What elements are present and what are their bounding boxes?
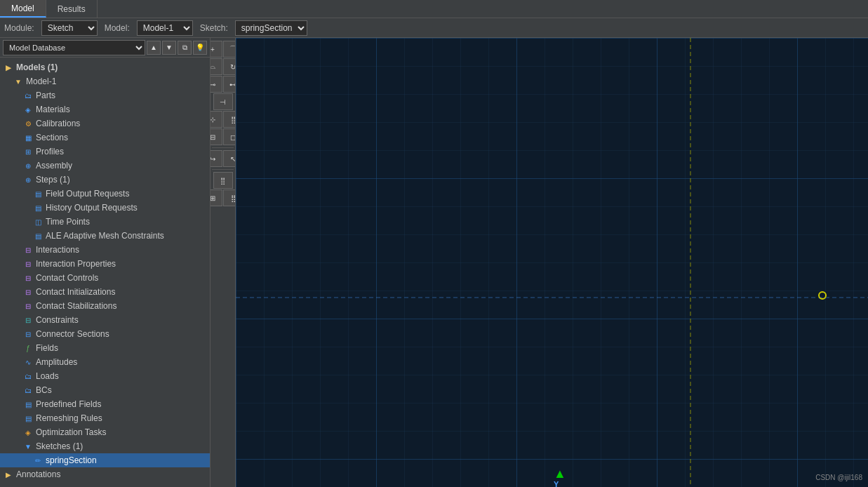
vt-btn-dims[interactable]: ⊟ [211,128,222,145]
tree-label-contact-controls: Contact Controls [36,273,98,283]
tree-label-connector-sections: Connector Sections [36,329,109,339]
tree-label-sections: Sections [36,133,68,142]
tree-icon-constraints: ⊟ [22,314,34,326]
tree-label-history-output: History Output Requests [46,203,138,213]
vt-btn-add[interactable]: + [211,41,222,58]
tree-icon-materials: ◈ [22,104,34,115]
canvas-area: Y ▲ CSDN @ijil168 [236,38,868,487]
vt-btn-mirror[interactable]: ⊣ [213,93,233,110]
tree-icon-interactions: ⊟ [22,244,34,255]
tree-icon-amplitudes: ∿ [22,356,34,368]
vt-btn-celldots[interactable]: ⣿ [223,189,236,206]
tree-item-contact-init[interactable]: ⊟Contact Initializations [0,285,210,299]
vt-btn-ptr[interactable]: ↖ [223,150,236,167]
tree-item-ale-adaptive[interactable]: ▤ALE Adaptive Mesh Constraints [0,229,210,243]
vt-btn-cellsel[interactable]: ⊞ [211,189,222,206]
tree-item-constraints[interactable]: ⊟Constraints [0,313,210,327]
tab-model[interactable]: Model [0,0,46,18]
tree-item-loads[interactable]: 🗂Loads [0,369,210,383]
tree-item-models[interactable]: ▶Models (1) [0,60,210,74]
tree-item-amplitudes[interactable]: ∿Amplitudes [0,355,210,369]
tab-bar: Model Results [0,0,868,18]
tree-item-fields[interactable]: ƒFields [0,341,210,355]
tree-label-field-output: Field Output Requests [46,189,129,199]
vt-btn-extline[interactable]: ⊷ [223,76,236,93]
module-select[interactable]: Sketch [41,20,98,36]
tree-item-steps[interactable]: ⊕Steps (1) [0,173,210,187]
panel-btn-settings[interactable]: 💡 [193,41,207,55]
tree-icon-connector-sections: ⊟ [22,328,34,340]
tree-icon-profiles: ⊞ [22,146,34,157]
tree-icon-field-output: ▤ [32,188,44,199]
tree-label-constraints: Constraints [36,315,79,325]
tree-icon-assembly: ⊕ [22,160,34,171]
tree-label-bcs: BCs [36,385,52,395]
tree-item-sketches[interactable]: ▼Sketches (1) [0,439,210,453]
tree-icon-sections: ▦ [22,132,34,143]
tree-item-model1[interactable]: ▼Model-1 [0,74,210,88]
tree-icon-ale-adaptive: ▤ [32,230,44,241]
tree-item-connector-sections[interactable]: ⊟Connector Sections [0,327,210,341]
tree-item-spring-section[interactable]: ✏springSection [0,453,210,467]
vt-row: ⊞⣿ [211,189,236,206]
panel-btn-up[interactable]: ▲ [147,41,161,55]
tree-item-field-output[interactable]: ▤Field Output Requests [0,187,210,201]
tree-icon-time-points: ◫ [32,216,44,227]
tree-icon-contact-controls: ⊟ [22,272,34,283]
tree-label-remeshing: Remeshing Rules [36,413,102,423]
db-select[interactable]: Model Database [3,40,145,55]
tree-label-materials: Materials [36,105,70,114]
tree-label-calibrations: Calibrations [36,119,80,128]
tree-icon-models: ▶ [3,62,14,73]
vt-btn-rect[interactable]: ◻ [223,128,236,145]
canvas-wrapper: +⌒⌓↻⊸⊷⊣⊹⣿⊟◻↪↖⣿⊞⣿ [211,38,868,487]
main-layout: Model Database ▲ ▼ ⧉ 💡 ▶Models (1)▼Model… [0,38,868,487]
model-tree: ▶Models (1)▼Model-1🗂Parts◈Materials⚙Cali… [0,58,210,487]
tree-label-models: Models (1) [16,62,58,72]
panel-btn-down[interactable]: ▼ [162,41,176,55]
model-select[interactable]: Model-1 [137,20,193,36]
vt-btn-curve[interactable]: ⌒ [223,41,236,58]
vt-btn-rot-r[interactable]: ↻ [223,58,236,75]
tree-item-contact-controls[interactable]: ⊟Contact Controls [0,271,210,285]
vt-btn-verts[interactable]: ⊹ [211,111,222,128]
tree-item-assembly[interactable]: ⊕Assembly [0,159,210,173]
tree-label-annotations: Annotations [16,469,60,479]
tree-item-remeshing[interactable]: ▤Remeshing Rules [0,411,210,425]
tab-results[interactable]: Results [46,0,98,18]
tree-item-parts[interactable]: 🗂Parts [0,88,210,102]
tree-item-profiles[interactable]: ⊞Profiles [0,145,210,159]
tree-icon-contact-stab: ⊟ [22,300,34,312]
panel-btn-copy[interactable]: ⧉ [178,41,192,55]
tree-item-sections[interactable]: ▦Sections [0,131,210,145]
vt-btn-linept[interactable]: ⊸ [211,76,222,93]
tree-item-optimization[interactable]: ◈Optimization Tasks [0,425,210,439]
vt-row: ⊣ [213,93,233,110]
tree-item-materials[interactable]: ◈Materials [0,102,210,116]
sketch-select[interactable]: springSection [235,20,307,36]
tree-item-interaction-props[interactable]: ⊟Interaction Properties [0,257,210,271]
tree-item-time-points[interactable]: ◫Time Points [0,215,210,229]
tree-label-parts: Parts [36,91,55,100]
vt-btn-arc[interactable]: ⌓ [211,58,222,75]
vt-btn-dotgrid[interactable]: ⣿ [223,111,236,128]
tree-label-profiles: Profiles [36,147,64,156]
tree-item-bcs[interactable]: 🗂BCs [0,383,210,397]
tree-item-contact-stab[interactable]: ⊟Contact Stabilizations [0,299,210,313]
tree-label-interactions: Interactions [36,245,79,255]
vt-btn-grid2[interactable]: ⣿ [213,172,233,189]
vt-row: ⣿ [213,172,233,189]
canvas-dot [818,291,827,300]
module-label: Module: [4,23,34,33]
tree-icon-model1: ▼ [13,76,24,87]
tree-label-steps: Steps (1) [36,175,70,185]
vt-btn-redo[interactable]: ↪ [211,150,222,167]
tree-item-predefined-fields[interactable]: ▤Predefined Fields [0,397,210,411]
tree-item-interactions[interactable]: ⊟Interactions [0,243,210,257]
tree-item-history-output[interactable]: ▤History Output Requests [0,201,210,215]
tree-icon-bcs: 🗂 [22,385,34,396]
tree-item-annotations[interactable]: ▶Annotations [0,467,210,481]
tree-label-optimization: Optimization Tasks [36,427,106,437]
tree-item-calibrations[interactable]: ⚙Calibrations [0,116,210,131]
tree-icon-remeshing: ▤ [22,413,34,424]
